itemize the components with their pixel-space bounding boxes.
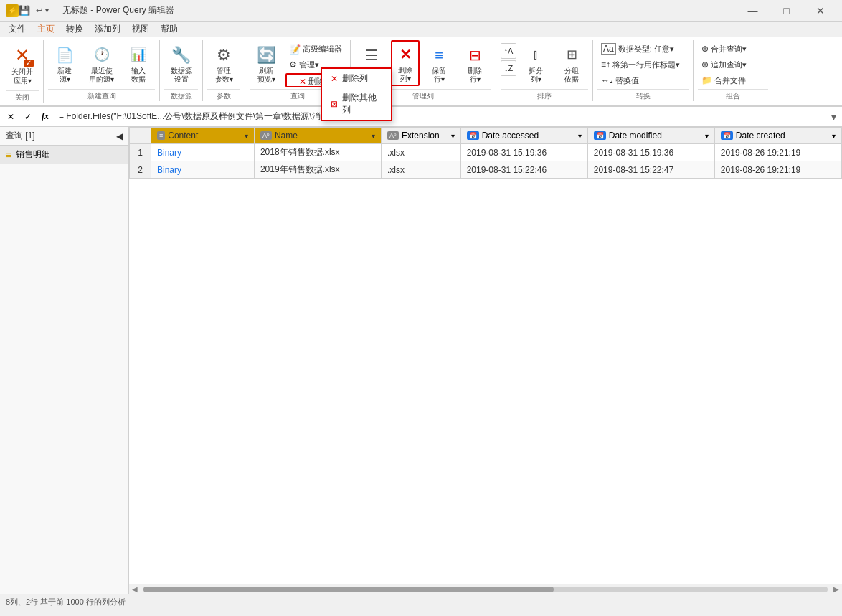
advanced-editor-icon: 📝 <box>289 44 301 55</box>
formula-input[interactable] <box>56 112 831 122</box>
table-wrapper[interactable]: ≡ Content ▾ Aᵇ Name ▾ <box>129 127 842 584</box>
col-name-dropdown[interactable]: ▾ <box>372 132 375 140</box>
menu-add-col[interactable]: 添加列 <box>89 22 126 37</box>
row-num-2: 2 <box>130 161 151 179</box>
minimize-button[interactable]: — <box>737 4 769 18</box>
remove-cols-label: 删除列▾ <box>398 66 412 83</box>
recent-source-label: 最近使用的源▾ <box>89 67 114 84</box>
remove-cols-button[interactable]: ✕ 删除列▾ <box>391 40 420 86</box>
group-by-label: 分组依据 <box>564 67 579 84</box>
remove-other-cols-icon: ⊠ <box>331 99 338 109</box>
col-date-accessed-header[interactable]: 📅 Date accessed ▾ <box>460 128 587 144</box>
app-icon: ⚡ <box>6 4 19 17</box>
close-button[interactable]: ✕ <box>804 4 836 18</box>
query-manage-icon: ⚙ <box>289 60 297 70</box>
sidebar-title: 查询 [1] <box>6 130 35 142</box>
advanced-editor-label: 高级编辑器 <box>303 44 342 55</box>
data-type-button[interactable]: Aa 数据类型: 任意▾ <box>597 42 678 56</box>
append-queries-button[interactable]: ⊕ 追加查询▾ <box>698 57 750 72</box>
group-label-sort: 排序 <box>501 89 588 101</box>
row1-name: 2018年销售数据.xlsx <box>254 144 381 161</box>
col-date-created-dropdown[interactable]: ▾ <box>832 132 836 140</box>
formula-confirm-button[interactable]: ✓ <box>20 109 36 125</box>
col-date-created-label: Date created <box>736 131 785 141</box>
horizontal-scrollbar[interactable]: ◀ ▶ <box>129 584 842 594</box>
use-first-row-button[interactable]: ≡↑ 将第一行用作标题▾ <box>597 57 683 72</box>
keep-rows-button[interactable]: ≡ 保留行▾ <box>422 40 455 87</box>
delete-col-dropdown: ✕ 删除列 ⊠ 删除其他列 <box>321 67 392 121</box>
col-content-dropdown[interactable]: ▾ <box>245 132 248 140</box>
sort-asc-button[interactable]: ↑A <box>501 43 516 59</box>
scrollbar-thumb[interactable] <box>143 587 554 592</box>
menu-file[interactable]: 文件 <box>3 22 32 37</box>
new-source-button[interactable]: 📄 新建源▾ <box>48 40 81 87</box>
col-extension-type-icon: Aᵇ <box>387 131 399 140</box>
save-icon[interactable]: 💾 <box>19 5 30 16</box>
scrollbar-track[interactable] <box>143 587 828 592</box>
status-text: 8列、2行 基于前 1000 行的列分析 <box>6 597 126 607</box>
col-date-modified-dropdown[interactable]: ▾ <box>705 132 709 140</box>
scroll-right-button[interactable]: ▶ <box>831 585 842 593</box>
refresh-preview-button[interactable]: 🔄 刷新预览▾ <box>250 40 283 87</box>
datasource-settings-button[interactable]: 🔧 数据源设置 <box>165 40 198 87</box>
group-label-close: 关闭 <box>6 90 39 103</box>
split-col-button[interactable]: ⫿ 拆分列▾ <box>519 40 552 87</box>
row2-extension: .xlsx <box>381 161 460 179</box>
new-source-label: 新建源▾ <box>57 67 72 84</box>
maximize-button[interactable]: □ <box>770 4 803 18</box>
row2-content[interactable]: Binary <box>151 161 255 179</box>
formula-expand-icon[interactable]: ▾ <box>831 111 836 123</box>
new-source-icon: 📄 <box>53 44 76 67</box>
menu-home[interactable]: 主页 <box>32 22 60 37</box>
col-extension-dropdown[interactable]: ▾ <box>451 132 455 140</box>
col-date-accessed-type-icon: 📅 <box>467 131 479 140</box>
keep-rows-icon: ≡ <box>427 44 450 67</box>
row2-date-accessed: 2019-08-31 15:22:46 <box>460 161 587 179</box>
merge-queries-label: 合并查询▾ <box>711 44 747 55</box>
menu-transform[interactable]: 转换 <box>60 22 89 37</box>
ribbon-group-close: ✕ ✓ 关闭并应用▾ 关闭 <box>1 40 44 103</box>
menu-view[interactable]: 视图 <box>126 22 155 37</box>
scroll-left-button[interactable]: ◀ <box>129 585 141 593</box>
row1-content[interactable]: Binary <box>151 144 255 161</box>
formula-cancel-button[interactable]: ✕ <box>3 109 19 125</box>
refresh-preview-label: 刷新预览▾ <box>257 67 275 84</box>
menu-help[interactable]: 帮助 <box>155 22 184 37</box>
col-extension-header[interactable]: Aᵇ Extension ▾ <box>381 128 460 144</box>
remove-rows-icon: ⊟ <box>463 44 486 67</box>
title-bar: ⚡ 💾 ↩ ▾ 无标题 - Power Query 编辑器 — □ ✕ <box>0 0 842 22</box>
col-name-header[interactable]: Aᵇ Name ▾ <box>254 128 381 144</box>
recent-source-icon: 🕐 <box>90 44 113 67</box>
row1-date-created: 2019-08-26 19:21:19 <box>714 144 841 161</box>
manage-params-button[interactable]: ⚙ 管理参数▾ <box>207 40 240 87</box>
sidebar-collapse-button[interactable]: ◀ <box>116 131 123 141</box>
col-date-created-header[interactable]: 📅 Date created ▾ <box>714 128 841 144</box>
replace-values-button[interactable]: ↔₂ 替换值 <box>597 73 643 87</box>
data-table: ≡ Content ▾ Aᵇ Name ▾ <box>129 127 842 179</box>
enter-data-button[interactable]: 📊 输入数据 <box>122 40 155 87</box>
col-date-modified-header[interactable]: 📅 Date modified ▾ <box>587 128 714 144</box>
formula-fx-button[interactable]: fx <box>37 109 53 125</box>
merge-queries-button[interactable]: ⊕ 合并查询▾ <box>698 42 750 56</box>
col-name-label: Name <box>275 131 298 141</box>
split-col-label: 拆分列▾ <box>529 67 543 84</box>
combine-files-button[interactable]: 📁 合并文件 <box>698 73 749 87</box>
undo-icon[interactable]: ↩ <box>36 6 42 15</box>
row1-date-accessed: 2019-08-31 15:19:36 <box>460 144 587 161</box>
delete-col-menu-item[interactable]: ✕ 删除列 <box>322 69 391 88</box>
col-content-header[interactable]: ≡ Content ▾ <box>151 128 255 144</box>
close-apply-button[interactable]: ✕ ✓ 关闭并应用▾ <box>6 40 39 89</box>
advanced-editor-button[interactable]: 📝 高级编辑器 <box>285 42 346 56</box>
remove-rows-button[interactable]: ⊟ 删除行▾ <box>458 40 491 87</box>
sidebar-item-sales-detail[interactable]: ≡ 销售明细 <box>0 146 128 164</box>
recent-source-button[interactable]: 🕐 最近使用的源▾ <box>84 40 119 87</box>
sort-desc-button[interactable]: ↓Z <box>501 60 516 76</box>
group-label-params: 参数 <box>207 89 240 101</box>
manage-params-label: 管理参数▾ <box>215 67 233 84</box>
ribbon-group-sort: ↑A ↓Z ⫿ 拆分列▾ ⊞ 分组依据 <box>496 40 593 101</box>
datasource-settings-icon: 🔧 <box>170 44 193 67</box>
group-by-button[interactable]: ⊞ 分组依据 <box>555 40 588 87</box>
col-date-accessed-dropdown[interactable]: ▾ <box>578 132 582 140</box>
qs-dropdown[interactable]: ▾ <box>45 6 49 14</box>
remove-other-cols-menu-item[interactable]: ⊠ 删除其他列 <box>322 88 391 120</box>
